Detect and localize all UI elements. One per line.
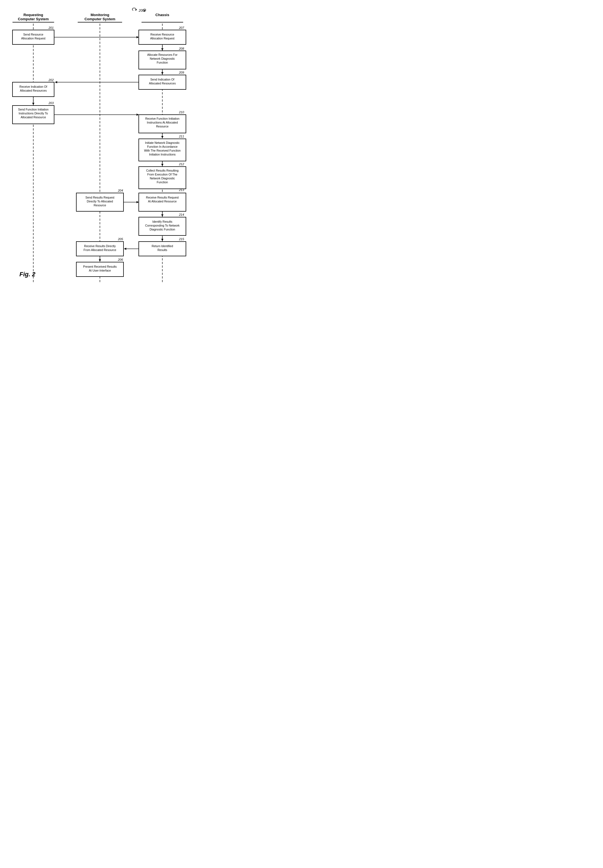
label-205: 205: [118, 237, 123, 241]
text-202-line1: Receive Indication Of: [19, 85, 47, 88]
text-214-line1: Identify Results: [152, 220, 172, 223]
label-204: 204: [118, 189, 123, 192]
col-header-monitoring2: Computer System: [84, 17, 115, 21]
label-207: 207: [179, 26, 184, 29]
text-212-line4: Function: [157, 180, 168, 184]
label-208: 208: [179, 47, 184, 50]
col-header-monitoring: Monitoring: [90, 13, 109, 17]
arrowhead-209-202: [55, 81, 57, 83]
text-209-line1: Send Indication Of: [150, 78, 174, 81]
text-215-line2: Results: [157, 248, 167, 251]
text-208-line2: Network Diagnostic: [150, 57, 175, 60]
text-213-line2: At Allocated Resource: [148, 200, 176, 203]
text-211-line3: With The Received Function: [144, 149, 181, 152]
text-204-line2: Directly To Allocated: [87, 200, 113, 203]
text-210-line2: Instructions At Allocated: [147, 121, 178, 124]
text-209-line2: Allocated Resources: [149, 82, 176, 85]
text-210-line3: Resource: [156, 125, 169, 128]
text-212-line2: From Execution Of The: [147, 173, 178, 176]
text-203-line1: Send Function Initiation: [18, 108, 49, 111]
text-206-line1: Present Received Results: [83, 265, 117, 268]
text-208-line3: Function: [157, 61, 168, 64]
text-212-line1: Collect Results Resulting: [146, 169, 179, 172]
label-202: 202: [48, 78, 54, 82]
arrowhead-202-203: [32, 103, 34, 105]
label-203: 203: [48, 101, 54, 105]
label-206: 206: [118, 258, 123, 261]
text-210-line1: Receive Function Initiation: [145, 117, 179, 120]
arrowhead-214-215: [161, 239, 164, 241]
text-206-line2: At User-Interface: [89, 269, 111, 272]
arrowhead-213-214: [161, 214, 164, 217]
label-210: 210: [179, 110, 184, 114]
arrowhead-207-208: [161, 48, 164, 51]
text-211-line4: Initiation Instructions: [149, 153, 176, 156]
text-208-line1: Allocate Resources For: [147, 53, 178, 56]
text-201-line2: Allocation Request: [21, 37, 45, 40]
arrowhead-215-205: [124, 248, 126, 250]
label-214: 214: [179, 213, 184, 216]
arrowhead-204-213: [136, 201, 139, 203]
text-201-line1: Send Resource: [23, 33, 43, 36]
fig-label: Fig. 2: [19, 271, 36, 277]
text-214-line2: Corresponding To Network: [145, 224, 180, 227]
text-214-line3: Diagnostic Function: [150, 228, 175, 231]
text-212-line3: Network Diagnostic: [150, 177, 175, 180]
text-204-line3: Resource: [94, 203, 106, 207]
text-203-line3: Allocated Resource: [20, 116, 46, 119]
label-215: 215: [179, 237, 184, 241]
text-202-line2: Allocated Resources: [20, 89, 46, 92]
text-211-line2: Function In Accordance: [147, 145, 178, 148]
col-header-requesting: Requesting: [23, 13, 43, 17]
arrowhead-211-212: [161, 164, 164, 166]
arrowhead-203-210: [136, 113, 139, 116]
arrowhead-210-211: [161, 136, 164, 138]
col-header-chassis: Chassis: [155, 13, 169, 17]
label-213: 213: [179, 188, 184, 192]
text-205-line1: Receive Results Directly: [84, 244, 116, 248]
label-211: 211: [179, 135, 184, 138]
arrowhead-201-207: [136, 36, 139, 38]
text-213-line1: Receive Results Request: [146, 196, 179, 199]
text-211-line1: Initiate Network Diagnostic: [145, 141, 179, 144]
text-215-line1: Return Identified: [152, 244, 173, 248]
text-205-line2: From Allocated Resource: [83, 248, 116, 251]
arrowhead-205-206: [99, 259, 101, 262]
text-204-line1: Send Results Request: [85, 196, 114, 199]
col-header-requesting2: Computer System: [18, 17, 49, 21]
fig200-arrowhead1: [135, 9, 137, 11]
label-201: 201: [48, 26, 54, 29]
text-207-line2: Allocation Request: [150, 37, 175, 40]
label-212: 212: [179, 163, 184, 166]
text-207-line1: Receive Resource: [150, 33, 174, 36]
arrowhead-208-209: [161, 72, 164, 74]
text-203-line2: Instructions Directly To: [19, 112, 48, 115]
label-209: 209: [179, 71, 184, 74]
